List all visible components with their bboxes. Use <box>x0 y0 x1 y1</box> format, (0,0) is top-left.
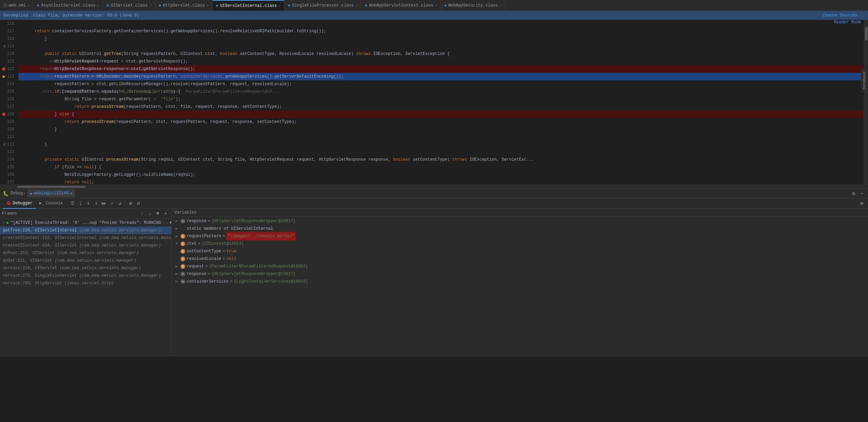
tab-httpservlet[interactable]: ◈ HttpServlet.class ✕ <box>155 0 212 11</box>
frame-up-0[interactable]: ↑ <box>163 219 165 227</box>
expand-icon-0[interactable]: ▶ <box>174 217 179 225</box>
frame-label-0: "[ACTIVE] ExecuteThread: '8' ...oup "Poo… <box>10 219 161 227</box>
frame-item-8[interactable]: service:790, HttpServlet (javax.servlet.… <box>0 280 171 287</box>
frame-item-3[interactable]: createUIContext:434, UIServlet (com.bea.… <box>0 242 171 249</box>
step-over-btn[interactable]: ⤵ <box>77 200 84 207</box>
frame-item-7[interactable]: service:275, SingleFileServlet (com.bea.… <box>0 272 171 280</box>
gutter-130: 130 <box>0 126 14 133</box>
close-icon-1[interactable]: ✕ <box>97 3 99 8</box>
editor-hscroll-thumb[interactable] <box>17 186 86 188</box>
expand-icon-cs[interactable]: ▶ <box>174 278 179 285</box>
frame-filter-0[interactable]: ▼ <box>169 219 171 227</box>
close-icon-3[interactable]: ✕ <box>207 3 209 8</box>
var-item-request[interactable]: ▶ p request = {ParamFilter$ParamFiltered… <box>172 263 868 270</box>
close-icon-2[interactable]: ✕ <box>149 3 151 8</box>
frame-check-0: ✓ <box>3 219 5 227</box>
close-icon-0[interactable]: ✕ <box>27 3 30 8</box>
badge-cs: ∞ <box>180 279 185 284</box>
frames-down-btn[interactable]: ↓ <box>146 210 153 217</box>
frame-label-5: doGet:231, UIServlet (com.bea.netuix.ser… <box>3 257 136 264</box>
var-item-requestpattern[interactable]: ▶ p requestPattern = "/images/../console… <box>172 232 868 240</box>
close-icon-5[interactable]: ✕ <box>355 3 357 8</box>
tab-async-init[interactable]: ◈ AsyncInitServlet.class ✕ <box>33 0 103 11</box>
debug-label: Debug: <box>11 191 25 196</box>
badge-resp2: ∞ <box>180 272 185 276</box>
editor-area: 116 117 118 @ 119 120 121 122 ▶ 123 124 … <box>0 20 868 185</box>
breakpoint-122[interactable] <box>2 67 5 71</box>
breakpoint-128[interactable] <box>2 113 5 116</box>
minimize-btn[interactable]: — <box>858 190 865 197</box>
breakpoints-btn[interactable]: ⊞ <box>127 200 134 207</box>
var-item-resolvedlocale[interactable]: ▶ p resolvedLocale = null <box>172 255 868 263</box>
debugger-tab[interactable]: 🐞 Debugger <box>3 198 36 209</box>
annotation-119: @ <box>3 43 6 50</box>
bug-icon: 🐞 <box>6 201 11 206</box>
console-tab[interactable]: ▶_ Console <box>36 198 67 209</box>
frame-item-1[interactable]: getTree:228, UIServletInternal (com.bea.… <box>0 227 171 234</box>
expand-icon-resp2[interactable]: ▶ <box>174 270 179 278</box>
debug-session-close[interactable]: ✕ <box>70 191 72 196</box>
mute-btn[interactable]: ⊟ <box>135 200 142 207</box>
step-into-btn[interactable]: ⬇ <box>85 200 92 207</box>
editor-hscroll[interactable] <box>0 185 868 188</box>
run-to-cursor-btn[interactable]: ⏭ <box>101 200 107 207</box>
gutter-128: 128 <box>0 111 14 118</box>
reader-mode-area: Reader Mode <box>834 20 861 25</box>
var-item-containerservices[interactable]: ▶ ∞ containerServices = {LightContainerS… <box>172 278 868 285</box>
gutter-131: 131 <box>0 133 14 141</box>
xml-icon: ⬡ <box>3 3 7 8</box>
var-item-ctxt[interactable]: ▼ p ctxt = {UIContext@18814} <box>172 240 868 248</box>
code-line-131: } <box>19 133 864 141</box>
frame-item-2[interactable]: createUIContext:110, UIServletInternal (… <box>0 234 171 242</box>
frames-up-btn[interactable]: ↑ <box>139 210 145 217</box>
code-line-137: } else { <box>19 179 864 185</box>
var-item-static[interactable]: ▶ static members of UIServletInternal <box>172 225 868 232</box>
tab-uiservlet-internal[interactable]: ◈ UIServletInternal.class ✕ <box>212 0 284 11</box>
frame-label-7: service:275, SingleFileServlet (com.bea.… <box>3 272 161 280</box>
debug-session-container[interactable]: ▶ weblogic122140 ✕ <box>27 190 75 197</box>
frame-item-4[interactable]: doPost:253, UIServlet (com.bea.netuix.se… <box>0 249 171 257</box>
badge-rl: p <box>180 256 185 261</box>
restore-btn[interactable]: ↺ <box>116 200 123 207</box>
debug-main-tabs: 🐞 Debugger ▶_ Console ☰ ⤵ ⬇ ⬆ ⏭ ⚡ ↺ ⊞ ⊟ … <box>0 198 868 209</box>
close-icon-7[interactable]: ✕ <box>500 3 502 8</box>
expand-icon-static[interactable]: ▶ <box>174 225 179 232</box>
frames-add-btn[interactable]: + <box>162 210 169 217</box>
tab-uiservlet[interactable]: ◈ UIServlet.class ✕ <box>103 0 155 11</box>
gutter-126: 126 <box>0 95 14 103</box>
choose-sources-btn[interactable]: Choose Sources... <box>823 13 865 18</box>
debug-session-label: weblogic122140 <box>34 191 69 196</box>
step-out-btn[interactable]: ⬆ <box>93 200 99 207</box>
var-item-setcontent[interactable]: ▶ p setContentType = true <box>172 248 868 255</box>
close-icon-6[interactable]: ✕ <box>435 3 437 8</box>
gutter-137: 137 <box>0 179 14 185</box>
database-panel-tab[interactable]: Database <box>861 69 868 92</box>
frames-filter-btn[interactable]: ▼ <box>154 210 161 217</box>
frame-item-6[interactable]: service:216, UIServlet (com.bea.netuix.s… <box>0 264 171 272</box>
tab-single-file[interactable]: ◈ SingleFileProcessor.class ✕ <box>284 0 361 11</box>
frames-toolbar: Frames ↑ ↓ ▼ + <box>0 209 171 218</box>
editor-scrollbar[interactable] <box>864 20 868 185</box>
frame-item-5[interactable]: doGet:231, UIServlet (com.bea.netuix.ser… <box>0 257 171 264</box>
var-item-response1[interactable]: ▶ ∞ response = {HttpServletResponseWrapp… <box>172 217 868 225</box>
tab-webapp-security[interactable]: ◈ WebAppSecurity.class ✕ <box>441 0 505 11</box>
debug-toolbar-right: ⚙ — <box>850 190 865 197</box>
layout-btn[interactable]: ⊞ <box>858 200 865 207</box>
frame-item-0[interactable]: ✓ ▶ "[ACTIVE] ExecuteThread: '8' ...oup … <box>0 219 171 227</box>
reader-mode-btn[interactable]: Reader Mode <box>834 20 861 25</box>
expand-icon-req[interactable]: ▶ <box>174 263 179 270</box>
gutter-135: 135 <box>0 163 14 171</box>
evaluate-btn[interactable]: ⚡ <box>108 200 115 207</box>
var-item-response2[interactable]: ▶ ∞ response = {HttpServletResponseWrapp… <box>172 270 868 278</box>
tab-web-xml[interactable]: ⬡ web.xml ✕ <box>0 0 33 11</box>
gutter-125: 125 <box>0 88 14 95</box>
frame-label-8: service:790, HttpServlet (javax.servlet.… <box>3 280 114 287</box>
frame-down-0[interactable]: ↓ <box>166 219 168 227</box>
tab-webapp-servlet[interactable]: ◈ WebAppServletContext.class ✕ <box>361 0 441 11</box>
expand-icon-rp[interactable]: ▶ <box>174 232 179 240</box>
expand-icon-ctxt[interactable]: ▼ <box>174 240 179 248</box>
editor-scrollbar-thumb[interactable] <box>865 27 868 41</box>
close-icon-4[interactable]: ✕ <box>279 4 281 8</box>
settings-btn[interactable]: ⚙ <box>850 190 857 197</box>
list-view-btn[interactable]: ☰ <box>69 200 76 207</box>
